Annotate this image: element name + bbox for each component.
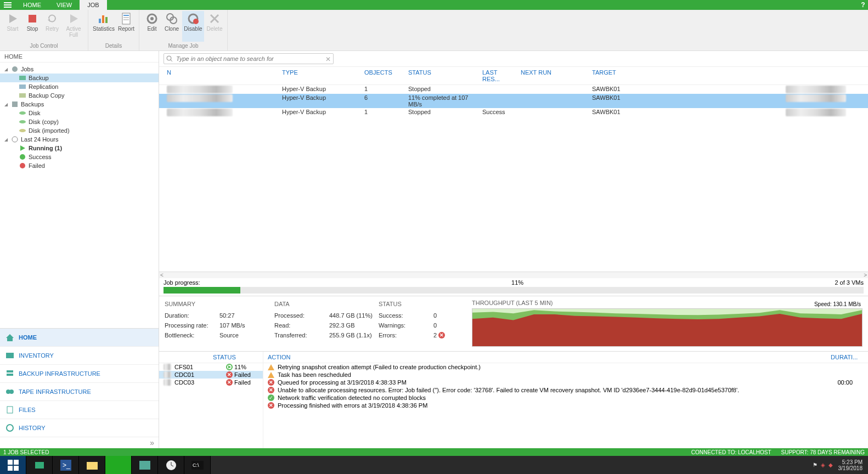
duration-header[interactable]: DURATI... xyxy=(831,354,864,360)
tree-backups[interactable]: ◢Backups xyxy=(0,100,159,109)
tree-failed[interactable]: Failed xyxy=(0,161,159,170)
col-last[interactable]: LAST RES... xyxy=(480,69,518,82)
clock-icon xyxy=(166,460,177,471)
svg-point-43 xyxy=(167,56,171,60)
action-row[interactable]: ✕Unable to allocate processing resources… xyxy=(263,386,868,394)
col-type[interactable]: TYPE xyxy=(280,69,362,82)
vm-row[interactable]: CFS0111% xyxy=(159,363,263,371)
active-full-button[interactable]: Active Full xyxy=(63,11,84,42)
svg-rect-26 xyxy=(12,101,18,107)
nav-inventory[interactable]: INVENTORY xyxy=(0,347,159,365)
vm-status-header[interactable]: STATUS xyxy=(213,354,236,360)
task-clock[interactable] xyxy=(158,456,184,474)
tree-disk-copy[interactable]: Disk (copy) xyxy=(0,117,159,126)
vm-row[interactable]: CDC01✕Failed xyxy=(159,371,263,379)
report-button[interactable]: Report xyxy=(117,11,136,42)
svg-rect-7 xyxy=(99,19,101,23)
clone-button[interactable]: Clone xyxy=(162,11,181,42)
action-row[interactable]: Task has been rescheduled xyxy=(263,371,868,379)
tray-flag-icon[interactable]: ⚑ xyxy=(813,462,818,468)
nav-history[interactable]: HISTORY xyxy=(0,419,159,437)
job-name-redacted xyxy=(167,94,233,102)
stop-button[interactable]: Stop xyxy=(23,11,42,42)
tree-jobs[interactable]: ◢Jobs xyxy=(0,65,159,74)
error-icon: ✕ xyxy=(268,402,274,409)
table-row[interactable]: Hyper-V Backup 6 11% completed at 107 MB… xyxy=(159,94,868,108)
tree-last24[interactable]: ◢Last 24 Hours xyxy=(0,135,159,144)
table-row[interactable]: Hyper-V Backup 1 Stopped SAWBK01 xyxy=(159,85,868,94)
task-app2[interactable] xyxy=(132,456,158,474)
tab-home[interactable]: HOME xyxy=(15,0,49,10)
delete-button[interactable]: Delete xyxy=(205,11,224,42)
tree-backup-copy[interactable]: Backup Copy xyxy=(0,91,159,100)
vm-icon-redacted xyxy=(164,364,171,370)
jobs-icon xyxy=(11,65,19,73)
start-button[interactable]: Start xyxy=(3,11,22,42)
col-objects[interactable]: OBJECTS xyxy=(362,69,406,82)
task-app1[interactable] xyxy=(105,456,132,474)
nav-home-label: HOME xyxy=(19,334,37,341)
hscrollbar[interactable]: <> xyxy=(159,272,868,278)
v-duration: 50:27 xyxy=(219,312,235,319)
tree-replication[interactable]: Replication xyxy=(0,82,159,91)
svg-rect-24 xyxy=(19,84,26,89)
col-status[interactable]: STATUS xyxy=(406,69,480,82)
collapse-icon[interactable]: ◢ xyxy=(3,102,9,107)
help-button[interactable]: ? xyxy=(858,1,868,9)
tree-disk-imported-label: Disk (imported) xyxy=(29,127,70,134)
start-menu-button[interactable] xyxy=(0,456,26,474)
action-row[interactable]: ✓Network traffic verification detected n… xyxy=(263,394,868,402)
svg-rect-35 xyxy=(7,338,13,341)
nav-more[interactable]: » xyxy=(0,437,159,448)
tree-success[interactable]: Success xyxy=(0,153,159,161)
edit-button[interactable]: Edit xyxy=(143,11,161,42)
cell-next xyxy=(518,86,590,93)
retry-button[interactable]: Retry xyxy=(43,11,61,42)
tray-icon[interactable]: ◆ xyxy=(828,462,833,468)
col-name[interactable]: N xyxy=(165,69,280,82)
svg-text:C:\: C:\ xyxy=(193,462,199,468)
search-input[interactable] xyxy=(164,53,334,64)
nav-home[interactable]: HOME xyxy=(0,329,159,347)
svg-rect-38 xyxy=(7,374,13,376)
server-icon xyxy=(34,460,45,471)
status-connection: CONNECTED TO: LOCALHOST xyxy=(691,449,771,455)
nav-files[interactable]: FILES xyxy=(0,401,159,419)
tree-running[interactable]: Running (1) xyxy=(0,144,159,153)
tree-disk-imported[interactable]: Disk (imported) xyxy=(0,126,159,135)
col-target[interactable]: TARGET xyxy=(590,69,700,82)
task-cmd[interactable]: C:\ xyxy=(184,456,211,474)
tray-clock[interactable]: 5:23 PM 3/19/2018 xyxy=(836,459,865,471)
cell-type: Hyper-V Backup xyxy=(280,86,362,93)
task-explorer[interactable] xyxy=(79,456,105,474)
vm-row[interactable]: CDC03✕Failed xyxy=(159,379,263,386)
task-servermgr[interactable] xyxy=(26,456,53,474)
tape-icon xyxy=(5,387,14,396)
action-header[interactable]: ACTION xyxy=(268,354,831,360)
nav-tape-infra[interactable]: TAPE INFRASTRUCTURE xyxy=(0,383,159,401)
svg-rect-23 xyxy=(19,76,26,80)
disable-button[interactable]: Disable xyxy=(182,11,204,42)
warning-icon xyxy=(268,372,274,378)
collapse-icon[interactable]: ◢ xyxy=(3,67,9,72)
action-row[interactable]: Retrying snapshot creation attempt (Fail… xyxy=(263,363,868,371)
table-row[interactable]: Hyper-V Backup 1 Stopped Success SAWBK01 xyxy=(159,108,868,117)
col-next[interactable]: NEXT RUN xyxy=(518,69,590,82)
progress-label: Job progress: xyxy=(164,279,200,286)
tab-job[interactable]: JOB xyxy=(80,0,106,10)
statistics-button[interactable]: Statistics xyxy=(92,11,116,42)
action-row[interactable]: ✕Processing finished with errors at 3/19… xyxy=(263,402,868,409)
tab-view[interactable]: VIEW xyxy=(49,0,80,10)
nav-backup-infra[interactable]: BACKUP INFRASTRUCTURE xyxy=(0,365,159,383)
collapse-icon[interactable]: ◢ xyxy=(3,137,9,142)
tree-jobs-label: Jobs xyxy=(21,66,33,72)
app-menu-button[interactable] xyxy=(0,0,15,10)
v-rate: 107 MB/s xyxy=(219,322,245,329)
clear-search-icon[interactable]: ✕ xyxy=(325,55,331,63)
retry-label: Retry xyxy=(46,26,59,32)
tree-backup[interactable]: Backup xyxy=(0,74,159,82)
tray-icon[interactable]: ◈ xyxy=(821,462,825,468)
task-powershell[interactable]: >_ xyxy=(53,456,79,474)
tree-disk[interactable]: Disk xyxy=(0,109,159,117)
action-row[interactable]: ✕Queued for processing at 3/19/2018 4:38… xyxy=(263,379,868,386)
